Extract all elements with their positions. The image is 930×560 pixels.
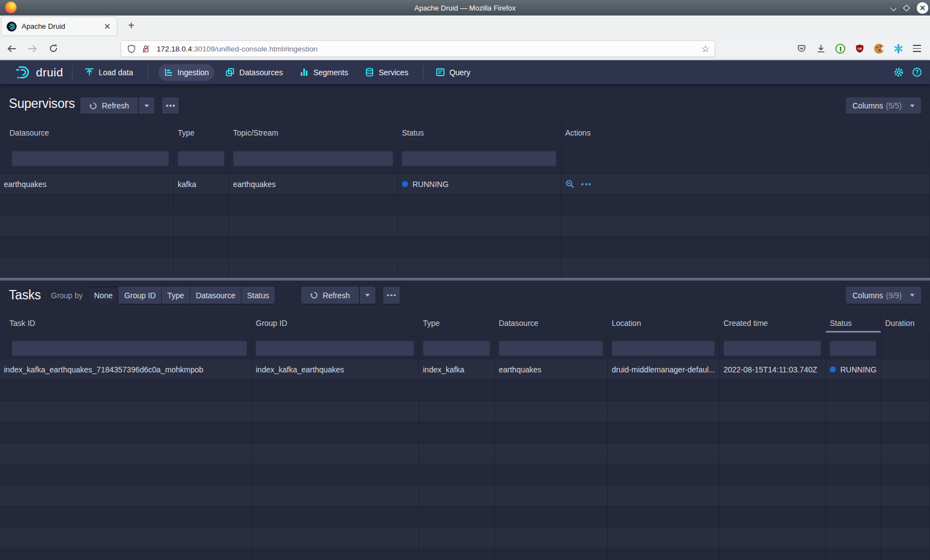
empty-row [0,443,930,464]
help-icon[interactable]: ? [912,67,922,77]
group-by-status-button[interactable]: Status [241,287,275,304]
tasks-more-button[interactable] [383,287,400,304]
druid-navbar: druid Load data Ingestion Datasources Se… [0,60,930,84]
window-maximize-icon[interactable] [903,4,910,12]
supervisors-columns-button[interactable]: Columns (5/5) [846,97,921,114]
supervisors-filter-datasource[interactable] [12,151,169,166]
download-icon[interactable] [816,44,826,54]
supervisors-refresh-label: Refresh [102,101,129,110]
task-id: index_kafka_earthquakes_7184357396d6c0a_… [0,359,252,380]
settings-gear-icon[interactable] [893,67,904,77]
supervisors-header-type[interactable]: Type [174,116,229,142]
url-text[interactable]: 172.18.0.4:30109/unified-console.html#in… [157,45,317,53]
shield-icon[interactable] [127,44,136,54]
load-data-icon [85,68,94,77]
group-by-group-id-button[interactable]: Group ID [118,287,161,304]
supervisor-row[interactable]: earthquakes kafka earthquakes RUNNING [0,174,930,195]
pocket-icon[interactable] [797,44,807,54]
task-type: index_kafka [419,359,495,380]
extension-green-icon[interactable] [835,44,845,54]
url-path: :30109/unified-console.html#ingestion [192,45,318,53]
bookmark-star-icon[interactable]: ☆ [701,43,710,55]
tasks-filter-group-id[interactable] [256,340,414,356]
tasks-header-group-id[interactable]: Group ID [252,308,419,333]
supervisors-header-status[interactable]: Status [398,116,561,142]
task-status: RUNNING [826,359,881,380]
nav-services-label: Services [379,68,409,77]
empty-row [0,195,930,216]
window-title: Apache Druid — Mozilla Firefox [0,4,930,12]
supervisors-header-datasource[interactable]: Datasource [0,116,174,142]
nav-segments[interactable]: Segments [294,64,354,81]
window-minimize-icon[interactable] [891,5,896,11]
app: Apache Druid — Mozilla Firefox ✕ Apache … [0,0,930,560]
tasks-header-status[interactable]: Status [826,308,881,333]
reload-icon[interactable] [49,44,58,53]
tasks-header-datasource[interactable]: Datasource [495,308,608,333]
nav-services[interactable]: Services [359,64,414,81]
back-icon[interactable] [7,44,17,53]
tasks-filter-status[interactable] [830,340,876,356]
cookie-extension-icon[interactable] [874,44,884,54]
supervisors-filter-status[interactable] [402,151,556,166]
task-row[interactable]: index_kafka_earthquakes_7184357396d6c0a_… [0,359,930,380]
tasks-refresh-dropdown[interactable] [360,287,375,304]
nav-query[interactable]: Query [430,64,476,81]
druid-logo[interactable]: druid [16,65,63,80]
tasks-table-header: Task ID Group ID Type Datasource Locatio… [0,308,930,333]
tasks-title: Tasks [9,284,41,305]
extension-asterisk-icon[interactable] [893,44,903,54]
menu-icon[interactable] [913,45,921,51]
nav-load-data[interactable]: Load data [79,64,138,81]
nav-datasources-label: Datasources [239,68,283,77]
supervisors-hscrollbar[interactable] [0,278,930,281]
tasks-header-task-id[interactable]: Task ID [0,308,252,333]
group-by-datasource-button[interactable]: Datasource [190,287,241,304]
tasks-columns-count: (9/9) [886,291,902,300]
tasks-columns-button[interactable]: Columns (9/9) [846,287,921,304]
refresh-icon [89,102,97,110]
empty-row [0,422,930,443]
group-by-type-button[interactable]: Type [162,287,189,304]
tasks-filter-datasource[interactable] [499,340,603,356]
supervisors-filter-topic[interactable] [233,151,393,166]
group-by-none-button[interactable]: None [89,287,118,304]
nav-datasources[interactable]: Datasources [220,64,288,81]
ublock-icon[interactable]: U0 [855,44,865,54]
browser-tab[interactable]: Apache Druid ✕ [2,17,117,35]
tasks-header-location[interactable]: Location [608,308,720,333]
supervisors-title: Supervisors [9,93,75,114]
url-bar[interactable]: 172.18.0.4:30109/unified-console.html#in… [121,40,715,57]
lock-disabled-icon[interactable] [141,44,151,54]
magnify-action-icon[interactable] [565,179,575,189]
tasks-refresh-button[interactable]: Refresh [301,287,359,304]
tasks-filter-location[interactable] [612,340,715,356]
supervisors-filter-type[interactable] [178,151,224,166]
supervisor-actions [561,174,930,194]
supervisors-refresh-button[interactable]: Refresh [80,97,138,114]
window-close-icon[interactable]: ✕ [917,2,928,14]
tab-close-icon[interactable]: ✕ [102,22,112,32]
supervisors-refresh-dropdown[interactable] [139,97,154,114]
ingestion-icon [164,68,173,77]
supervisors-header-actions[interactable]: Actions [561,116,930,142]
tasks-filter-type[interactable] [423,340,490,356]
forward-icon[interactable] [28,44,38,53]
tasks-header-type[interactable]: Type [419,308,495,333]
tasks-header-duration[interactable]: Duration [881,308,930,333]
empty-row [0,401,930,422]
tasks-filter-created-time[interactable] [724,340,821,356]
nav-ingestion[interactable]: Ingestion [158,64,215,81]
new-tab-button[interactable]: + [124,19,138,33]
supervisors-more-button[interactable] [162,97,179,114]
tab-title: Apache Druid [22,22,102,30]
tasks-header-created-time[interactable]: Created time [720,308,826,333]
nav-divider [148,66,148,79]
svg-text:U0: U0 [857,46,862,50]
row-more-actions-icon[interactable] [581,183,591,185]
tasks-filter-task-id[interactable] [12,340,247,356]
supervisors-header-topic[interactable]: Topic/Stream [229,116,398,142]
task-datasource: earthquakes [495,359,608,380]
nav-segments-label: Segments [313,68,348,77]
supervisor-type: kafka [174,174,229,194]
